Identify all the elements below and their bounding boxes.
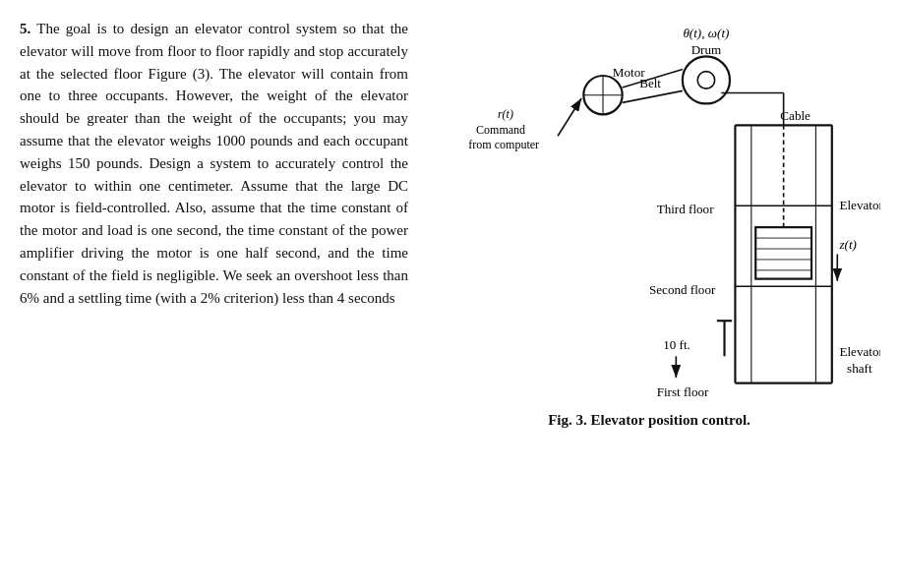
svg-text:Cable: Cable — [780, 108, 810, 123]
svg-line-10 — [623, 90, 683, 102]
svg-text:z(t): z(t) — [838, 237, 856, 252]
svg-text:θ(t), ω(t): θ(t), ω(t) — [683, 26, 729, 40]
svg-text:from computer: from computer — [468, 138, 539, 151]
svg-line-14 — [558, 98, 581, 136]
text-column: 5.The goal is to design an elevator cont… — [20, 18, 408, 309]
svg-text:r(t): r(t) — [498, 107, 513, 121]
svg-point-3 — [697, 72, 714, 88]
elevator-figure-svg: θ(t), ω(t) Drum Motor Belt — [418, 18, 880, 404]
svg-rect-28 — [755, 227, 811, 278]
svg-text:First floor: First floor — [657, 384, 709, 399]
svg-text:Drum: Drum — [691, 42, 722, 57]
svg-text:Elevator: Elevator — [839, 198, 880, 212]
svg-text:Third floor: Third floor — [657, 202, 715, 216]
svg-point-2 — [683, 56, 730, 103]
problem-number: 5. — [20, 21, 30, 36]
figure-title: Fig. 3. Elevator position control. — [548, 412, 750, 429]
svg-text:10 ft.: 10 ft. — [663, 337, 690, 352]
svg-text:Second floor: Second floor — [649, 282, 716, 297]
problem-text: 5.The goal is to design an elevator cont… — [20, 18, 408, 309]
page-container: 5.The goal is to design an elevator cont… — [20, 18, 880, 429]
svg-text:Elevator: Elevator — [839, 344, 880, 359]
svg-text:shaft: shaft — [847, 361, 872, 376]
svg-text:Belt: Belt — [639, 76, 661, 90]
svg-text:Command: Command — [476, 123, 525, 137]
problem-row: 5.The goal is to design an elevator cont… — [20, 18, 880, 429]
figure-column: θ(t), ω(t) Drum Motor Belt — [408, 18, 880, 429]
problem-body: The goal is to design an elevator contro… — [20, 21, 408, 306]
